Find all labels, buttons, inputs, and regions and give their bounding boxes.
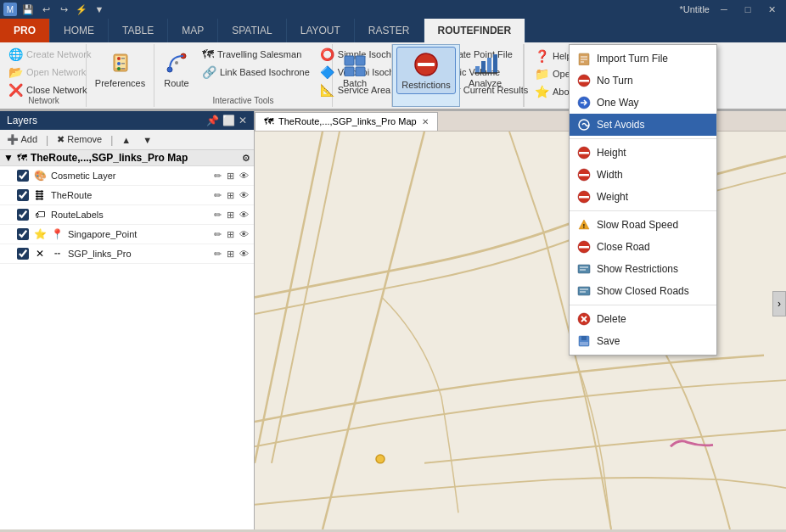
- analyze-button[interactable]: Analyze: [463, 46, 507, 92]
- routelabels-checkbox[interactable]: [17, 209, 29, 221]
- travelling-salesman-button[interactable]: 🗺 Travelling Salesman: [199, 46, 313, 63]
- tab-home[interactable]: HOME: [50, 19, 109, 42]
- layer-grid-icon-4[interactable]: ⊞: [225, 228, 236, 241]
- restrictions-button[interactable]: Restrictions: [396, 47, 456, 94]
- ribbon-group-preferences: Preferences: [87, 44, 154, 107]
- ribbon-group-network: 🌐 Create Network 📂 Open Network ❌ Close …: [2, 44, 87, 107]
- batch-icon: [341, 49, 368, 76]
- sgp-links-icons: ✕ ╌: [32, 246, 65, 261]
- theroute-checkbox[interactable]: [17, 189, 29, 201]
- tab-spatial[interactable]: SPATIAL: [218, 19, 287, 42]
- layer-eye-icon-4[interactable]: 👁: [238, 228, 250, 241]
- right-panel-toggle[interactable]: ›: [772, 291, 786, 316]
- layer-edit-icon-5[interactable]: ✏: [212, 248, 223, 260]
- ribbon-group-analyze: Analyze: [460, 44, 524, 107]
- menu-item-width[interactable]: Width: [570, 164, 716, 186]
- menu-item-height[interactable]: Height: [570, 142, 716, 164]
- tab-map[interactable]: MAP: [168, 19, 218, 42]
- list-item[interactable]: 🏷 RouteLabels ✏ ⊞ 👁: [0, 205, 254, 225]
- link-based-isochrone-button[interactable]: 🔗 Link Based Isochrone: [199, 64, 313, 81]
- tab-routefinder[interactable]: ROUTEFINDER: [424, 19, 526, 42]
- menu-item-import-turn-file[interactable]: Import Turn File: [570, 48, 716, 70]
- menu-item-weight[interactable]: Weight: [570, 186, 716, 208]
- panel-pin-button[interactable]: 📌: [206, 115, 219, 126]
- close-button[interactable]: ✕: [761, 2, 783, 17]
- route-button[interactable]: Route: [158, 46, 195, 92]
- layer-edit-icon[interactable]: ✏: [212, 170, 223, 182]
- tab-table[interactable]: TABLE: [109, 19, 168, 42]
- preferences-button[interactable]: Preferences: [90, 46, 150, 92]
- tab-pro[interactable]: PRO: [0, 19, 50, 42]
- show-closed-roads-label: Show Closed Roads: [597, 285, 689, 297]
- delete-label: Delete: [597, 313, 626, 325]
- panel-close-button[interactable]: ✕: [239, 115, 247, 126]
- layer-edit-icon-4[interactable]: ✏: [212, 228, 223, 241]
- svg-rect-41: [579, 246, 589, 249]
- list-item[interactable]: 🛤 TheRoute ✏ ⊞ 👁: [0, 186, 254, 205]
- tab-layout[interactable]: LAYOUT: [287, 19, 355, 42]
- layer-eye-icon[interactable]: 👁: [238, 170, 250, 182]
- group-name: TheRoute,...,SGP_links_Pro Map: [31, 152, 239, 164]
- menu-item-close-road[interactable]: Close Road: [570, 236, 716, 258]
- sgp-links-checkbox[interactable]: [17, 248, 29, 260]
- ribbon-group-interactive: Route 🗺 Travelling Salesman 🔗 Link Based…: [154, 44, 333, 107]
- menu-item-no-turn[interactable]: No Turn: [570, 70, 716, 92]
- tab-raster[interactable]: RASTER: [355, 19, 424, 42]
- minimize-button[interactable]: ─: [713, 2, 735, 17]
- menu-item-one-way[interactable]: One Way: [570, 92, 716, 114]
- analyze-icon: [472, 49, 499, 76]
- create-network-button[interactable]: 🌐 Create Network: [5, 46, 94, 63]
- save-quick-icon[interactable]: 💾: [20, 2, 36, 17]
- layer-group-header[interactable]: ▼ 🗺 TheRoute,...,SGP_links_Pro Map ⚙: [0, 150, 254, 166]
- move-up-button[interactable]: ▲: [118, 134, 134, 146]
- map-tab-close-button[interactable]: ✕: [422, 117, 429, 126]
- remove-layer-button[interactable]: ✖ Remove: [53, 133, 105, 146]
- sgp-links-name: SGP_links_Pro: [68, 249, 209, 259]
- network-group-label: Network: [2, 96, 86, 105]
- layer-eye-icon-2[interactable]: 👁: [238, 189, 250, 202]
- list-item[interactable]: ⭐ 📍 Singapore_Point ✏ ⊞ 👁: [0, 225, 254, 244]
- weight-icon: [576, 189, 592, 204]
- svg-rect-18: [481, 61, 486, 73]
- layer-grid-icon-5[interactable]: ⊞: [225, 248, 236, 260]
- maximize-button[interactable]: □: [737, 2, 759, 17]
- routelabels-actions: ✏ ⊞ 👁: [212, 209, 250, 221]
- menu-item-slow-road-speed[interactable]: ! Slow Road Speed: [570, 214, 716, 236]
- move-down-button[interactable]: ▼: [139, 134, 155, 146]
- menu-item-show-closed-roads[interactable]: Show Closed Roads: [570, 280, 716, 302]
- svg-rect-12: [356, 56, 365, 65]
- layers-panel-title: Layers: [7, 115, 37, 126]
- list-item[interactable]: ✕ ╌ SGP_links_Pro ✏ ⊞ 👁: [0, 244, 254, 264]
- menu-separator-3: [570, 305, 716, 305]
- layer-grid-icon[interactable]: ⊞: [225, 170, 236, 182]
- app-titlebar: M 💾 ↩ ↪ ⚡ ▼ *Untitle ─ □ ✕: [0, 0, 786, 19]
- layer-eye-icon-5[interactable]: 👁: [238, 248, 250, 260]
- flash-quick-icon[interactable]: ⚡: [74, 2, 89, 17]
- menu-item-set-avoids[interactable]: Set Avoids: [570, 114, 716, 136]
- group-map-icon: 🗺: [17, 152, 27, 164]
- ribbon-tab-bar: PRO HOME TABLE MAP SPATIAL LAYOUT RASTER…: [0, 19, 786, 42]
- menu-item-delete[interactable]: Delete: [570, 308, 716, 330]
- menu-item-save[interactable]: Save: [570, 330, 716, 352]
- add-layer-button[interactable]: ➕ Add: [3, 133, 41, 146]
- undo-quick-icon[interactable]: ↩: [38, 2, 53, 17]
- svg-rect-37: [579, 196, 589, 199]
- dropdown-quick-icon[interactable]: ▼: [92, 2, 107, 17]
- svg-rect-33: [579, 152, 589, 154]
- cosmetic-layer-checkbox[interactable]: [17, 170, 29, 182]
- layer-eye-icon-3[interactable]: 👁: [238, 209, 250, 221]
- layer-grid-icon-2[interactable]: ⊞: [225, 189, 236, 202]
- redo-quick-icon[interactable]: ↪: [56, 2, 71, 17]
- layer-edit-icon-3[interactable]: ✏: [212, 209, 223, 221]
- singapore-point-checkbox[interactable]: [17, 228, 29, 240]
- panel-float-button[interactable]: ⬜: [222, 115, 235, 126]
- map-tab-main[interactable]: 🗺 TheRoute,...,SGP_links_Pro Map ✕: [255, 112, 438, 131]
- menu-item-show-restrictions[interactable]: Show Restrictions: [570, 258, 716, 280]
- list-item[interactable]: 🎨 Cosmetic Layer ✏ ⊞ 👁: [0, 166, 254, 186]
- app-title: *Untitle: [110, 4, 710, 14]
- panel-header-controls: 📌 ⬜ ✕: [206, 115, 247, 126]
- layer-grid-icon-3[interactable]: ⊞: [225, 209, 236, 221]
- batch-button[interactable]: Batch: [336, 46, 373, 92]
- layer-edit-icon-2[interactable]: ✏: [212, 189, 223, 202]
- open-network-button[interactable]: 📂 Open Network: [5, 64, 94, 81]
